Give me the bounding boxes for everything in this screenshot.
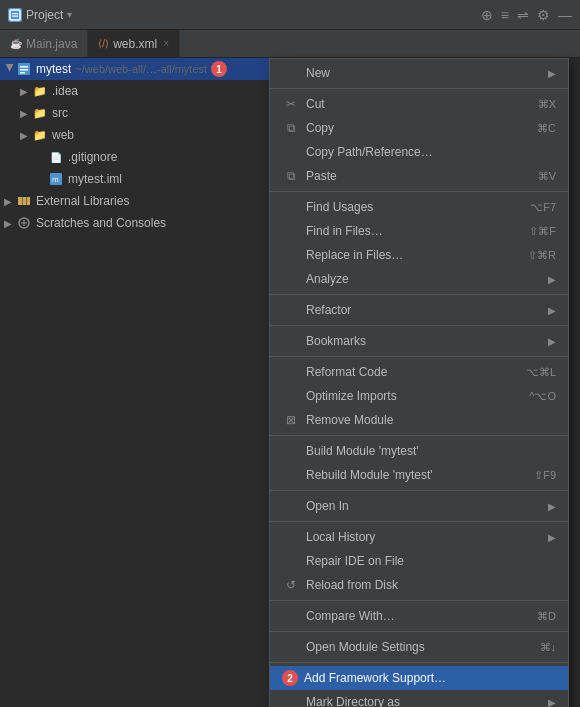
menu-item-icon-spacer-build-module — [282, 442, 300, 460]
src-label: src — [52, 106, 68, 120]
web-arrow-icon: ▶ — [20, 130, 32, 141]
src-arrow-icon: ▶ — [20, 108, 32, 119]
tree-root-item[interactable]: ▶ mytest ~/web/web-all/…-all/mytest 1 — [0, 58, 269, 80]
tab-close-button[interactable]: × — [163, 38, 169, 49]
menu-shortcut-replace-in-files: ⇧⌘R — [528, 249, 556, 262]
menu-shortcut-paste: ⌘V — [538, 170, 556, 183]
menu-item-mark-directory[interactable]: Mark Directory as▶ — [270, 690, 568, 707]
tree-item-external-libs[interactable]: ▶ External Libraries — [0, 190, 269, 212]
menu-item-open-module-settings[interactable]: Open Module Settings⌘↓ — [270, 635, 568, 659]
add-content-root-icon[interactable]: ⊕ — [481, 7, 493, 23]
tree-item-scratches[interactable]: ▶ Scratches and Consoles — [0, 212, 269, 234]
tree-item-mytest-iml[interactable]: ▶ m mytest.iml — [0, 168, 269, 190]
menu-item-icon-spacer-optimize — [282, 387, 300, 405]
svg-rect-10 — [23, 197, 27, 205]
menu-item-label-local-history: Local History — [306, 530, 544, 544]
tree-item-gitignore[interactable]: ▶ 📄 .gitignore — [0, 146, 269, 168]
module-icon — [16, 61, 32, 77]
menu-item-reformat[interactable]: Reformat Code⌥⌘L — [270, 360, 568, 384]
menu-item-label-reformat: Reformat Code — [306, 365, 518, 379]
root-subtext: ~/web/web-all/…-all/mytest — [75, 63, 207, 75]
project-label: Project — [26, 8, 63, 22]
menu-item-label-mark-directory: Mark Directory as — [306, 695, 544, 707]
collapse-all-icon[interactable]: ≡ — [501, 7, 509, 23]
tree-item-src[interactable]: ▶ 📁 src — [0, 102, 269, 124]
menu-item-copy[interactable]: ⧉Copy⌘C — [270, 116, 568, 140]
main-area: ▶ mytest ~/web/web-all/…-all/mytest 1 ▶ … — [0, 58, 580, 707]
menu-item-local-history[interactable]: Local History▶ — [270, 525, 568, 549]
menu-shortcut-compare-with: ⌘D — [537, 610, 556, 623]
menu-item-label-find-usages: Find Usages — [306, 200, 522, 214]
menu-shortcut-reformat: ⌥⌘L — [526, 366, 556, 379]
menu-item-icon-spacer-copy-path — [282, 143, 300, 161]
tree-item-web[interactable]: ▶ 📁 web — [0, 124, 269, 146]
menu-item-icon-spacer-replace-in-files — [282, 246, 300, 264]
menu-item-bookmarks[interactable]: Bookmarks▶ — [270, 329, 568, 353]
settings-icon[interactable]: ⚙ — [537, 7, 550, 23]
tab-main-java[interactable]: ☕ Main.java — [0, 30, 88, 57]
menu-shortcut-cut: ⌘X — [538, 98, 556, 111]
menu-item-open-in[interactable]: Open In▶ — [270, 494, 568, 518]
svg-rect-5 — [20, 69, 28, 71]
menu-separator — [270, 435, 568, 436]
menu-item-icon-spacer-mark-directory — [282, 693, 300, 707]
menu-item-icon-paste: ⧉ — [282, 167, 300, 185]
idea-arrow-icon: ▶ — [20, 86, 32, 97]
menu-item-label-replace-in-files: Replace in Files… — [306, 248, 520, 262]
menu-item-compare-with[interactable]: Compare With…⌘D — [270, 604, 568, 628]
lib-icon — [16, 193, 32, 209]
menu-item-paste[interactable]: ⧉Paste⌘V — [270, 164, 568, 188]
project-dropdown-arrow[interactable]: ▾ — [67, 9, 72, 20]
menu-item-icon-spacer-local-history — [282, 528, 300, 546]
menu-shortcut-find-usages: ⌥F7 — [530, 201, 556, 214]
minimize-icon[interactable]: — — [558, 7, 572, 23]
menu-item-label-cut: Cut — [306, 97, 530, 111]
menu-item-rebuild-module[interactable]: Rebuild Module 'mytest'⇧F9 — [270, 463, 568, 487]
svg-rect-2 — [12, 15, 18, 16]
menu-item-label-refactor: Refactor — [306, 303, 544, 317]
menu-item-find-usages[interactable]: Find Usages⌥F7 — [270, 195, 568, 219]
svg-rect-9 — [18, 197, 22, 205]
menu-item-reload[interactable]: ↺Reload from Disk — [270, 573, 568, 597]
tab-web-xml[interactable]: ⟨/⟩ web.xml × — [88, 30, 180, 57]
svg-rect-1 — [12, 13, 18, 14]
menu-item-label-open-in: Open In — [306, 499, 544, 513]
menu-item-optimize[interactable]: Optimize Imports^⌥O — [270, 384, 568, 408]
menu-item-new[interactable]: New▶ — [270, 61, 568, 85]
menu-separator — [270, 191, 568, 192]
menu-separator — [270, 356, 568, 357]
iml-icon: m — [48, 171, 64, 187]
svg-text:m: m — [52, 175, 59, 184]
menu-item-copy-path[interactable]: Copy Path/Reference… — [270, 140, 568, 164]
tree-item-idea[interactable]: ▶ 📁 .idea — [0, 80, 269, 102]
menu-item-analyze[interactable]: Analyze▶ — [270, 267, 568, 291]
menu-item-refactor[interactable]: Refactor▶ — [270, 298, 568, 322]
menu-item-repair-ide[interactable]: Repair IDE on File — [270, 549, 568, 573]
menu-item-label-paste: Paste — [306, 169, 530, 183]
menu-submenu-arrow-open-in: ▶ — [548, 501, 556, 512]
menu-item-add-framework[interactable]: 2Add Framework Support… — [270, 666, 568, 690]
src-folder-icon: 📁 — [32, 105, 48, 121]
menu-item-build-module[interactable]: Build Module 'mytest' — [270, 439, 568, 463]
menu-item-remove-module[interactable]: ⊠Remove Module — [270, 408, 568, 432]
gitignore-icon: 📄 — [48, 149, 64, 165]
menu-submenu-arrow-analyze: ▶ — [548, 274, 556, 285]
menu-item-icon-reload: ↺ — [282, 576, 300, 594]
tab-web-xml-label: web.xml — [113, 37, 157, 51]
scratches-arrow-icon: ▶ — [4, 218, 16, 229]
web-label: web — [52, 128, 74, 142]
menu-item-replace-in-files[interactable]: Replace in Files…⇧⌘R — [270, 243, 568, 267]
menu-item-icon-spacer-new — [282, 64, 300, 82]
menu-item-cut[interactable]: ✂Cut⌘X — [270, 92, 568, 116]
menu-item-find-in-files[interactable]: Find in Files…⇧⌘F — [270, 219, 568, 243]
java-file-icon: ☕ — [10, 38, 22, 49]
expand-icon[interactable]: ⇌ — [517, 7, 529, 23]
menu-submenu-arrow-refactor: ▶ — [548, 305, 556, 316]
menu-submenu-arrow-bookmarks: ▶ — [548, 336, 556, 347]
menu-shortcut-rebuild-module: ⇧F9 — [534, 469, 556, 482]
menu-item-label-compare-with: Compare With… — [306, 609, 529, 623]
menu-item-icon-spacer-refactor — [282, 301, 300, 319]
menu-separator — [270, 325, 568, 326]
menu-item-label-remove-module: Remove Module — [306, 413, 556, 427]
menu-item-label-bookmarks: Bookmarks — [306, 334, 544, 348]
